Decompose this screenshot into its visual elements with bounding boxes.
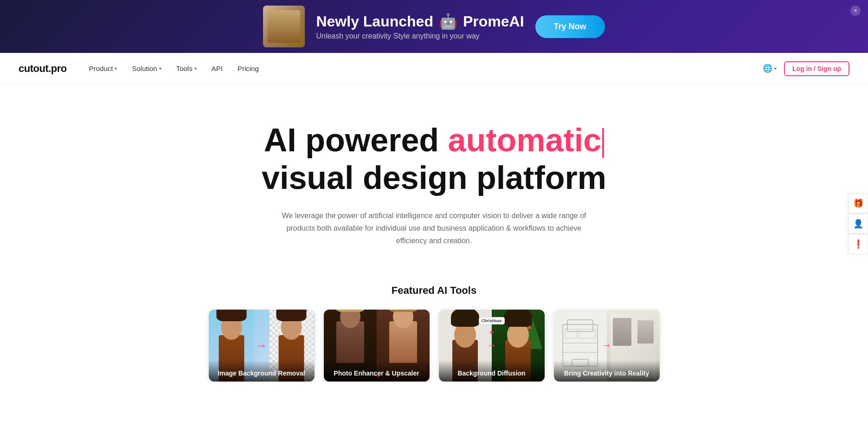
svg-rect-1 — [567, 320, 593, 331]
christmas-tag: Christmas — [478, 317, 504, 324]
product-chevron-icon: ▾ — [115, 66, 117, 71]
promo-banner: Newly Launched 🤖 PromeAI Unleash your cr… — [0, 0, 868, 53]
hero-highlight-text: automatic — [448, 122, 602, 158]
lang-chevron-icon: ▾ — [774, 66, 777, 71]
banner-newly-label: Newly Launched — [316, 13, 433, 30]
banner-close-button[interactable]: × — [850, 6, 861, 16]
banner-subtitle: Unleash your creativity Style anything i… — [316, 32, 524, 40]
translate-icon: 🌐 — [763, 64, 772, 73]
right-sidebar: 🎁 👤 ❗ — [849, 194, 868, 254]
tool-card-creativity-label: Bring Creativity into Reality — [554, 360, 660, 382]
tools-grid: → Image Background Removal — [19, 310, 849, 382]
nav-item-tools[interactable]: Tools ▾ — [176, 65, 197, 72]
hero-title: AI powered automatic visual design platf… — [262, 122, 606, 196]
arrow-icon-2: → — [372, 369, 382, 382]
tool-card-bg-diffusion[interactable]: Christmas + → — [439, 310, 545, 382]
hero-subtitle: We leverage the power of artificial inte… — [276, 209, 592, 247]
banner-brand-name: PromeAI — [463, 13, 524, 30]
tool-card-bg-removal[interactable]: → Image Background Removal — [209, 310, 315, 382]
login-signup-button[interactable]: Log in / Sign up — [784, 61, 849, 76]
nav-right: 🌐 ▾ Log in / Sign up — [763, 61, 849, 76]
tool-card-bg-diffusion-label: Background Diffusion — [439, 360, 545, 382]
sidebar-alert-button[interactable]: ❗ — [849, 234, 868, 254]
language-selector[interactable]: 🌐 ▾ — [763, 64, 777, 73]
site-logo[interactable]: cutout.pro — [19, 63, 67, 75]
sidebar-user-button[interactable]: 👤 — [849, 214, 868, 233]
banner-text: Newly Launched 🤖 PromeAI Unleash your cr… — [316, 13, 524, 40]
hero-section: AI powered automatic visual design platf… — [0, 84, 868, 275]
tool-card-bg-removal-label: Image Background Removal — [209, 360, 315, 382]
tools-chevron-icon: ▾ — [194, 66, 197, 71]
nav-item-solution[interactable]: Solution ▾ — [132, 65, 161, 72]
nav-links: Product ▾ Solution ▾ Tools ▾ API Pricing — [89, 65, 763, 72]
arrow-icon: → — [256, 338, 268, 353]
nav-item-api[interactable]: API — [212, 65, 223, 72]
banner-robot-icon: 🤖 — [439, 13, 457, 30]
diffusion-arrow-icon: → — [487, 339, 497, 351]
sidebar-gift-button[interactable]: 🎁 — [849, 194, 868, 213]
tool-card-creativity[interactable]: → Bring Creativity into Reality — [554, 310, 660, 382]
featured-tools-section: Featured AI Tools → — [0, 275, 868, 382]
tool-card-photo-enhancer[interactable]: → Photo Enhancer & Upscaler — [324, 310, 430, 382]
text-cursor — [602, 128, 604, 158]
nav-item-pricing[interactable]: Pricing — [238, 65, 259, 72]
banner-try-button[interactable]: Try Now — [535, 15, 605, 38]
solution-chevron-icon: ▾ — [159, 66, 161, 71]
svg-rect-5 — [565, 329, 577, 338]
nav-item-product[interactable]: Product ▾ — [89, 65, 117, 72]
featured-title: Featured AI Tools — [19, 285, 849, 297]
banner-preview-image — [263, 6, 305, 47]
main-navbar: cutout.pro Product ▾ Solution ▾ Tools ▾ … — [0, 53, 868, 84]
